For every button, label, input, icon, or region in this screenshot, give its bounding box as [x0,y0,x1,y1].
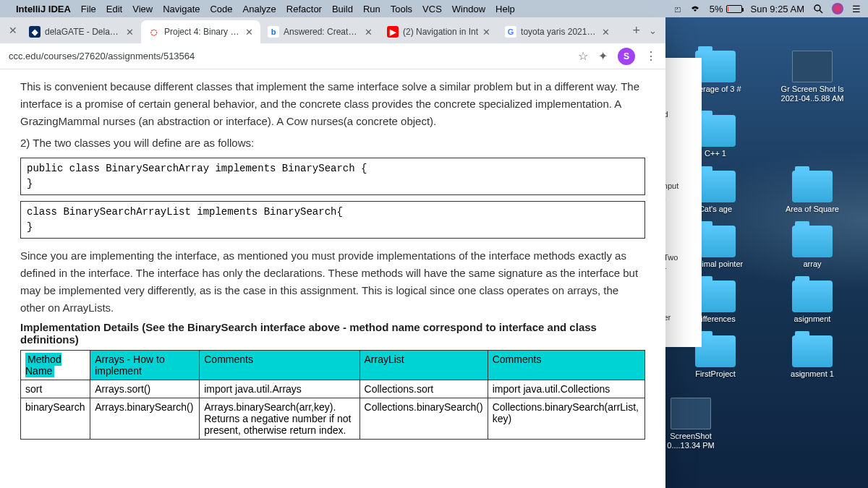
tab-title: Project 4: Binary Se [164,27,241,37]
new-tab-button[interactable]: + [632,23,640,38]
folder-label: Cat's age [699,205,732,214]
table-cell: sort [21,380,90,398]
url-text[interactable]: ccc.edu/courses/27620/assignments/513564 [9,51,568,61]
tab-favicon: ◆ [29,26,41,38]
close-all-icon[interactable]: ✕ [9,25,17,36]
menu-vcs[interactable]: VCS [422,4,442,14]
tab-title: (2) Navigation in Int [403,27,478,37]
paragraph-2: 2) The two classes you will define are a… [20,134,645,152]
browser-tab[interactable]: ◆delaGATE - Delawar✕ [22,20,141,43]
tab-close-icon[interactable]: ✕ [365,27,373,38]
menu-refactor[interactable]: Refactor [286,4,322,14]
browser-tab[interactable]: Gtoyota yaris 2021 - G✕ [498,20,617,43]
tab-favicon: ▶ [387,26,399,38]
browser-tab[interactable]: ◌Project 4: Binary Se✕ [141,20,260,43]
tab-close-icon[interactable]: ✕ [245,27,253,38]
table-header: Method Name [21,351,90,380]
desktop-folder[interactable]: Area of Square [767,171,858,214]
table-cell: Collections.binarySearch() [359,398,488,440]
extension-icon[interactable]: ✦ [598,49,608,63]
search-icon[interactable] [813,4,823,14]
screenshot-thumbnail[interactable]: Gr Screen Shot ls 2021-04..5.88 AM [767,51,858,103]
browser-window: ✕ ◆delaGATE - Delawar✕◌Project 4: Binary… [0,17,665,488]
screenshot-thumbnail[interactable]: ScreenShot 0....13.34 PM [658,398,723,450]
folder-label: asignment 1 [791,369,834,379]
mac-menubar: IntelliJ IDEA File Edit View Navigate Co… [0,0,868,17]
tab-favicon: G [505,26,516,38]
table-cell: binarySearch [21,398,90,440]
menu-tools[interactable]: Tools [391,4,412,14]
table-cell: import java.util.Arrays [200,380,359,398]
profile-avatar[interactable]: S [618,48,635,65]
menu-build[interactable]: Build [332,4,353,14]
siri-icon[interactable] [832,3,843,14]
table-header: Arrays - How to implement [90,351,200,380]
menu-navigate[interactable]: Navigate [163,4,200,14]
folder-icon [792,335,833,367]
menu-list-icon[interactable]: ☰ [852,4,861,14]
svg-point-0 [814,5,820,11]
address-bar: ccc.edu/courses/27620/assignments/513564… [0,43,665,69]
tab-overflow-icon[interactable]: ⌄ [649,25,657,36]
svg-line-1 [820,10,822,13]
table-cell: import java.util.Collections [488,380,644,398]
table-row: binarySearchArrays.binarySearch()Arrays.… [21,398,645,440]
tab-title: Answered: Create ja [284,27,360,37]
desktop-folder[interactable]: asignment 1 [767,335,858,379]
menu-view[interactable]: View [132,4,153,14]
battery-icon [726,5,742,13]
wifi-icon[interactable] [689,4,701,13]
browser-tab[interactable]: ▶(2) Navigation in Int✕ [380,20,498,43]
browser-tab[interactable]: bAnswered: Create ja✕ [260,20,380,43]
tab-close-icon[interactable]: ✕ [482,27,490,38]
methods-table: Method NameArrays - How to implementComm… [20,350,645,440]
table-header: ArrayList [359,351,488,380]
menu-code[interactable]: Code [210,4,232,14]
menu-edit[interactable]: Edit [106,4,122,14]
folder-label: FirstProject [695,369,736,379]
folder-label: array [803,260,821,269]
clock[interactable]: Sun 9:25 AM [751,4,804,14]
table-cell: Arrays.sort() [90,380,200,398]
paragraph-1: This is convenient because different cla… [20,78,645,130]
star-icon[interactable]: ☆ [578,49,588,63]
folder-label: C++ 1 [705,149,726,158]
menu-analyze[interactable]: Analyze [243,4,276,14]
table-cell: Arrays.binarySearch(arr,key). Returns a … [200,398,359,440]
tab-favicon: ◌ [148,26,160,38]
desktop-folder[interactable]: asignment [767,281,858,324]
folder-label: ScreenShot 0....13.34 PM [658,432,723,450]
menu-run[interactable]: Run [363,4,380,14]
battery-indicator[interactable]: 5% [710,4,742,14]
page-content[interactable]: This is convenient because different cla… [0,69,665,488]
folder-icon [792,226,833,257]
paragraph-3: Since you are implementing the interface… [20,247,645,317]
table-header: Comments [200,351,359,380]
more-icon[interactable]: ⋮ [645,49,657,63]
table-row: sortArrays.sort()import java.util.Arrays… [21,380,645,398]
paragraph-4: Implementation Details (See the BinarySe… [20,321,645,346]
desktop-folder[interactable]: array [767,226,858,269]
screen-mirror-icon[interactable]: ⏍ [675,4,681,14]
code-block-2: class BinarySearchArrayList implements B… [20,201,645,239]
folder-label: Gr Screen Shot ls 2021-04..5.88 AM [780,85,845,103]
code-block-1: public class BinarySearchArray implement… [20,158,645,195]
menu-window[interactable]: Window [452,4,485,14]
tab-close-icon[interactable]: ✕ [126,27,134,38]
screenshot-icon [671,398,711,429]
menu-file[interactable]: File [81,4,96,14]
tab-title: delaGATE - Delawar [45,27,122,37]
menu-help[interactable]: Help [495,4,515,14]
tab-close-icon[interactable]: ✕ [602,27,610,38]
table-header: Comments [488,351,644,380]
table-cell: Collections.binarySearch(arrList, key) [488,398,644,440]
folder-label: Area of Square [786,205,839,214]
folder-icon [792,171,833,202]
tab-favicon: b [268,26,279,38]
tab-title: toyota yaris 2021 - G [521,27,597,37]
table-cell: Collections.sort [359,380,488,398]
app-name[interactable]: IntelliJ IDEA [16,4,71,14]
folder-icon [792,281,833,312]
folder-label: asignment [794,314,831,324]
table-cell: Arrays.binarySearch() [90,398,200,440]
